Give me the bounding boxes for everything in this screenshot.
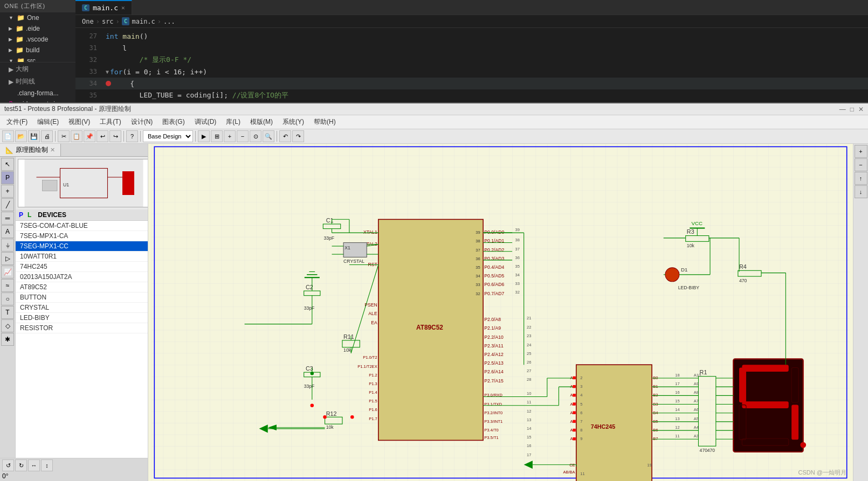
toolbar-run[interactable]: ▶ (198, 130, 210, 142)
toolbar-help[interactable]: ? (126, 130, 138, 142)
tool-graph[interactable]: 📈 (1, 266, 14, 278)
toolbar-undo2[interactable]: ↶ (279, 130, 291, 142)
side-tool-2[interactable]: − (855, 158, 867, 171)
device-item-1[interactable]: 7SEG-MPX1-CA (16, 231, 148, 241)
toolbar-zoom-area[interactable]: 🔍 (263, 130, 274, 142)
toolbar-zoom-in[interactable]: + (224, 130, 236, 142)
sidebar-item-vscode[interactable]: ▶ 📁 .vscode (0, 34, 75, 45)
toolbar-new[interactable]: 📄 (2, 130, 14, 142)
device-item-5[interactable]: 02013A150JAT2A (16, 272, 148, 282)
side-tool-3[interactable]: ↑ (855, 172, 867, 185)
sidebar-item-eide[interactable]: ▶ 📁 .eide (0, 23, 75, 34)
menu-debug[interactable]: 调试(D) (190, 116, 221, 128)
svg-text:A9: A9 (694, 381, 699, 386)
p-button[interactable]: P (19, 211, 23, 219)
maximize-button[interactable]: □ (850, 106, 854, 113)
toolbar-design-select[interactable]: Base Design (143, 130, 193, 142)
device-item-10[interactable]: RESISTOR (16, 323, 148, 333)
device-item-3[interactable]: 10WATT0R1 (16, 252, 148, 262)
line-content-33: for(i = 0; i < 16; i++) (110, 68, 207, 76)
tool-bus[interactable]: ═ (1, 212, 14, 225)
menu-file[interactable]: 文件(F) (2, 116, 32, 128)
toolbar-save[interactable]: 💾 (28, 130, 40, 142)
toolbar-grid[interactable]: ⊞ (211, 130, 223, 142)
device-item-7[interactable]: BUTTON (16, 292, 148, 303)
device-item-2[interactable]: 7SEG-MPX1-CC (16, 241, 148, 252)
editor-tab-mainc[interactable]: C main.c ✕ (75, 0, 132, 15)
svg-text:7: 7 (580, 419, 582, 424)
fold-arrow-33[interactable]: ▼ (106, 69, 109, 75)
tool-dc[interactable]: ≈ (1, 279, 14, 292)
toolbar-undo[interactable]: ↩ (97, 130, 108, 142)
sidebar-item-clang[interactable]: .clang-forma... (0, 88, 75, 99)
menu-edit[interactable]: 编辑(E) (33, 116, 63, 128)
side-tool-4[interactable]: ↓ (855, 185, 867, 198)
menu-tools[interactable]: 工具(T) (95, 116, 125, 128)
toolbar-redo[interactable]: ↪ (109, 130, 121, 142)
schematic-tab-active[interactable]: 📐 原理图绘制 ✕ (0, 144, 61, 156)
tool-virtual[interactable]: ○ (1, 292, 14, 305)
tool-power[interactable]: ⏚ (1, 239, 14, 252)
toolbar-redo2[interactable]: ↷ (292, 130, 304, 142)
tool-label[interactable]: A (1, 225, 14, 238)
svg-text:12: 12 (675, 425, 679, 430)
sidebar-item-eide-ctx[interactable]: {} .eide.usr.ctx.js... (0, 99, 75, 102)
device-item-6[interactable]: AT89C52 (16, 282, 148, 292)
breakpoint-34[interactable] (106, 81, 111, 86)
toolbar-sep2 (123, 131, 124, 142)
flip-v[interactable]: ↕ (41, 459, 53, 471)
device-item-9[interactable]: LED-BIBY (16, 313, 148, 323)
device-item-8[interactable]: CRYSTAL (16, 303, 148, 313)
menu-lib[interactable]: 库(L) (222, 116, 245, 128)
toolbar-zoom-fit[interactable]: ⊙ (250, 130, 261, 142)
schematic-tab-close[interactable]: ✕ (50, 147, 55, 154)
svg-text:28: 28 (527, 377, 531, 382)
tool-terminal[interactable]: ▷ (1, 252, 14, 265)
flip-h[interactable]: ↔ (28, 459, 40, 471)
tool-select[interactable]: ↖ (1, 158, 14, 171)
tool-symbol[interactable]: ◇ (1, 319, 14, 332)
svg-text:16: 16 (675, 390, 679, 395)
minimize-button[interactable]: — (839, 106, 846, 113)
breadcrumb-one: One (82, 18, 94, 25)
tool-text[interactable]: T (1, 306, 14, 319)
tool-marker[interactable]: ✱ (1, 333, 14, 346)
svg-text:LED-BIBY: LED-BIBY (678, 285, 700, 290)
svg-text:17: 17 (527, 452, 531, 457)
menu-help[interactable]: 帮助(H) (309, 116, 340, 128)
tool-component[interactable]: P (1, 171, 14, 184)
svg-text:P0.4/AD4: P0.4/AD4 (484, 264, 504, 270)
schematic-area[interactable]: AT89C52 XTAL1 XTAL2 RST PSEN ALE EA P1.0… (148, 144, 853, 481)
tab-close-icon[interactable]: ✕ (121, 4, 125, 11)
l-button[interactable]: L (27, 211, 31, 219)
sidebar-item-build[interactable]: ▶ 📁 build (0, 45, 75, 55)
toolbar-open[interactable]: 📂 (15, 130, 27, 142)
timeline-label: 时间线 (16, 77, 35, 86)
code-line-31: 31 l (75, 42, 868, 54)
rotate-cw[interactable]: ↻ (15, 459, 27, 471)
svg-text:A10: A10 (694, 373, 701, 378)
menu-system[interactable]: 系统(Y) (278, 116, 308, 128)
menu-view[interactable]: 视图(V) (64, 116, 94, 128)
toolbar-cut[interactable]: ✂ (58, 130, 70, 142)
rotate-ccw[interactable]: ↺ (2, 459, 14, 471)
sidebar-item-one[interactable]: ▼ 📁 One (0, 12, 75, 23)
side-tool-1[interactable]: + (855, 145, 867, 158)
sidebar-timeline[interactable]: ▶ 时间线 (0, 75, 75, 88)
device-item-4[interactable]: 74HC245 (16, 262, 148, 272)
sidebar-outline[interactable]: ▶ 大纲 (0, 62, 75, 75)
menu-chart[interactable]: 图表(G) (158, 116, 189, 128)
toolbar-copy[interactable]: 📋 (71, 130, 82, 142)
line-content-34: { (113, 80, 134, 88)
device-item-0[interactable]: 7SEG-COM-CAT-BLUE (16, 221, 148, 231)
code-lines: 27 int main() 31 l 32 /* 显示0-F */ 33 ▼ f… (75, 28, 868, 102)
tool-junction[interactable]: + (1, 185, 14, 198)
close-button[interactable]: ✕ (858, 106, 864, 113)
toolbar-print[interactable]: 🖨 (41, 130, 53, 142)
tool-wire[interactable]: ╱ (1, 198, 14, 211)
toolbar-paste[interactable]: 📌 (84, 130, 95, 142)
menu-template[interactable]: 模版(M) (246, 116, 277, 128)
toolbar-zoom-out[interactable]: − (237, 130, 249, 142)
code-line-32: 32 /* 显示0-F */ (75, 54, 868, 66)
menu-design[interactable]: 设计(N) (127, 116, 157, 128)
